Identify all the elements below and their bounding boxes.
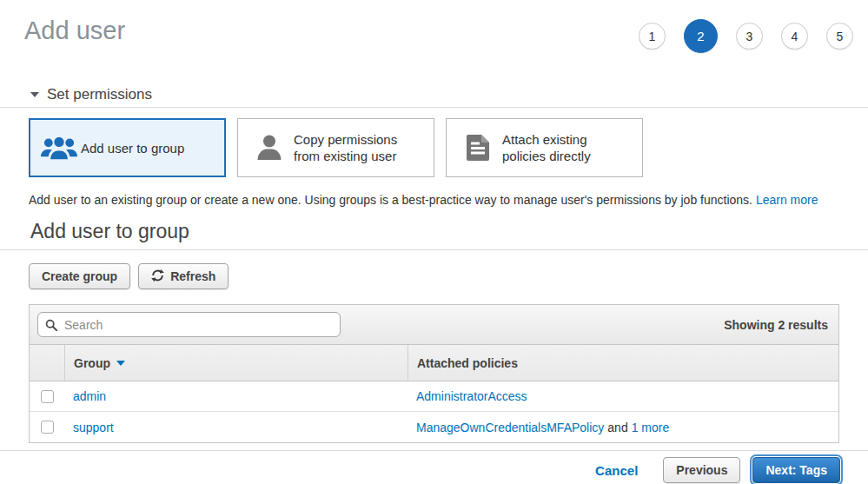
page-header: Add user 1 2 3 4 5 — [0, 0, 868, 54]
learn-more-link[interactable]: Learn more — [756, 193, 818, 207]
previous-button[interactable]: Previous — [663, 457, 740, 483]
wizard-step-3: 3 — [736, 23, 763, 50]
column-header-group-label: Group — [74, 356, 110, 370]
policies-cell: ManageOwnCredentialsMFAPolicy and 1 more — [407, 412, 838, 442]
collapse-caret-icon — [30, 92, 39, 97]
table-row: support ManageOwnCredentialsMFAPolicy an… — [30, 412, 838, 442]
user-group-icon — [37, 135, 81, 161]
option-card-add-user-to-group[interactable]: Add user to group — [29, 118, 226, 177]
row-checkbox-support[interactable] — [41, 421, 54, 434]
row-checkbox-admin[interactable] — [41, 390, 54, 403]
user-icon — [245, 134, 294, 162]
wizard-footer: Cancel Previous Next: Tags — [0, 451, 868, 484]
search-icon — [45, 319, 57, 335]
wizard-step-2-active: 2 — [684, 19, 718, 53]
create-group-button[interactable]: Create group — [29, 263, 130, 289]
previous-label: Previous — [676, 463, 727, 477]
next-tags-button[interactable]: Next: Tags — [752, 457, 840, 483]
set-permissions-header[interactable]: Set permissions — [30, 86, 868, 103]
wizard-steps: 1 2 3 4 5 — [639, 19, 853, 53]
create-group-label: Create group — [42, 269, 117, 283]
group-link[interactable]: admin — [73, 389, 106, 403]
and-text: and — [607, 421, 627, 434]
wizard-step-1: 1 — [639, 23, 666, 50]
sort-descending-icon — [116, 361, 125, 366]
wizard-step-5: 5 — [826, 23, 853, 50]
header-checkbox-cell — [30, 345, 64, 381]
group-link[interactable]: support — [73, 421, 114, 434]
search-wrap — [37, 312, 341, 337]
table-toolbar: Showing 2 results — [30, 305, 838, 345]
table-header-row: Group Attached policies — [30, 345, 838, 381]
policy-link[interactable]: ManageOwnCredentialsMFAPolicy — [416, 421, 604, 434]
option-card-label: Copy permissions from existing user — [294, 131, 427, 164]
refresh-label: Refresh — [170, 269, 215, 283]
option-card-label: Attach existing policies directly — [502, 131, 635, 164]
option-card-label: Add user to group — [81, 140, 188, 156]
cancel-link[interactable]: Cancel — [595, 463, 638, 478]
column-header-policies-label: Attached policies — [417, 356, 518, 370]
section-divider — [0, 107, 868, 108]
policy-link[interactable]: AdministratorAccess — [416, 389, 527, 403]
group-section-title: Add user to group — [30, 220, 868, 242]
set-permissions-title: Set permissions — [47, 86, 152, 103]
table-row: admin AdministratorAccess — [30, 381, 838, 412]
group-cell: admin — [64, 381, 407, 411]
wizard-step-4: 4 — [781, 23, 808, 50]
group-cell: support — [64, 412, 407, 442]
option-card-copy-permissions[interactable]: Copy permissions from existing user — [237, 118, 434, 177]
checkbox-cell — [30, 412, 64, 442]
search-input[interactable] — [37, 312, 341, 337]
refresh-button[interactable]: Refresh — [138, 263, 229, 289]
policies-cell: AdministratorAccess — [407, 381, 838, 411]
document-icon — [454, 134, 502, 162]
section-description: Add user to an existing group or create … — [29, 191, 839, 209]
next-tags-label: Next: Tags — [765, 463, 827, 477]
results-count: Showing 2 results — [724, 318, 828, 332]
group-actions: Create group Refresh — [29, 263, 868, 289]
groups-table: Showing 2 results Group Attached policie… — [29, 304, 839, 443]
checkbox-cell — [30, 381, 64, 411]
column-header-group[interactable]: Group — [64, 345, 407, 381]
section-divider — [0, 249, 868, 250]
permission-option-cards: Add user to group Copy permissions from … — [29, 118, 839, 177]
description-text: Add user to an existing group or create … — [29, 193, 752, 207]
refresh-icon — [151, 269, 164, 285]
option-card-attach-policies[interactable]: Attach existing policies directly — [446, 118, 643, 177]
more-policies-link[interactable]: 1 more — [632, 421, 670, 434]
column-header-attached-policies: Attached policies — [407, 345, 838, 381]
